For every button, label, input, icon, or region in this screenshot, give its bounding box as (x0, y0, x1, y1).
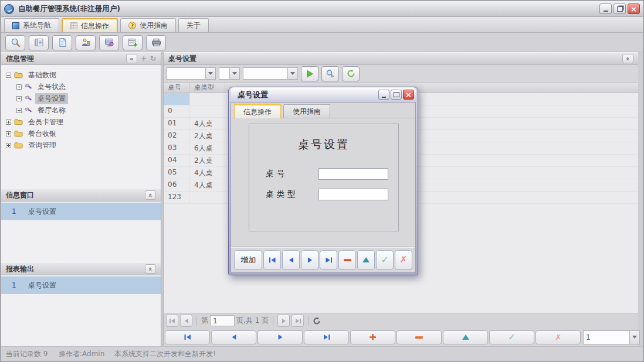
list-item[interactable]: 1 桌号设置 (1, 276, 161, 294)
tree-item-label: 餐厅名称 (35, 105, 68, 116)
delete-record-button[interactable] (396, 330, 442, 344)
search-button[interactable] (5, 35, 25, 50)
dialog-prev-button[interactable] (282, 250, 300, 270)
help-icon: ? (128, 22, 136, 29)
expand-toggle-icon[interactable] (6, 131, 11, 136)
dialog-save-button[interactable]: ✓ (376, 250, 394, 270)
tool-icon (25, 107, 32, 114)
table-no-field[interactable] (318, 168, 388, 180)
page-label-prefix: 第 (201, 316, 208, 326)
edit-record-button[interactable] (443, 330, 488, 344)
prev-page-button[interactable] (180, 315, 192, 327)
expand-toggle-icon[interactable] (6, 143, 11, 148)
prev-page-icon (183, 318, 190, 324)
dialog-cancel-button[interactable]: ✗ (395, 250, 412, 270)
info-window-title: 信息窗口 (6, 190, 34, 200)
dialog-close-button[interactable]: × (403, 90, 414, 100)
expand-toggle-icon[interactable] (16, 84, 22, 90)
expand-toggle-icon[interactable] (16, 96, 22, 101)
table-add-button[interactable] (123, 35, 143, 50)
tree-item-member-card[interactable]: 会员卡管理 (1, 116, 161, 128)
refresh-grid-button[interactable] (342, 66, 360, 81)
dialog-tab-info-operate[interactable]: 信息操作 (234, 104, 281, 118)
collapse-panel-button[interactable]: « (622, 54, 633, 63)
tree-item-table-setting[interactable]: 桌号设置 (1, 93, 161, 104)
minus-icon (415, 336, 423, 339)
run-query-button[interactable] (301, 66, 318, 81)
dialog-first-button[interactable] (263, 250, 281, 270)
document-button[interactable] (52, 35, 72, 50)
tree-item-cashier[interactable]: 餐台收银 (1, 128, 161, 139)
monitor-button[interactable] (99, 35, 119, 50)
tab-user-guide[interactable]: ? 使用指南 (120, 18, 176, 32)
column-header-table-no[interactable]: 桌号 (164, 83, 190, 93)
printer-button[interactable] (146, 35, 166, 50)
first-record-icon (184, 334, 192, 340)
refresh-icon[interactable]: ↻ (150, 55, 156, 62)
tree-item-base-data[interactable]: 基础数据 (1, 69, 161, 81)
window-icon (12, 22, 19, 29)
last-record-button[interactable] (304, 330, 349, 344)
tab-info-operate[interactable]: 信息操作 (62, 18, 118, 32)
list-item[interactable]: 1 桌号设置 (1, 203, 161, 220)
add-button[interactable]: 增加 (234, 250, 262, 270)
dialog-last-button[interactable] (320, 250, 337, 270)
cross-icon: ✗ (555, 333, 562, 341)
advanced-search-button[interactable] (321, 66, 339, 81)
dialog-edit-button[interactable] (357, 250, 375, 270)
dialog-maximize-button[interactable] (391, 90, 402, 100)
chevron-down-icon (629, 331, 639, 344)
titlebar: 自助餐厅管理系统(非注册用户) × (1, 1, 643, 17)
add-icon[interactable]: + (141, 55, 147, 62)
tree-item-restaurant-name[interactable]: 餐厅名称 (1, 104, 161, 116)
page-size-select[interactable]: 1 (583, 330, 640, 344)
next-page-button[interactable] (277, 315, 290, 327)
dialog-minimize-button[interactable] (378, 90, 389, 100)
folder-icon (14, 142, 23, 149)
first-record-button[interactable] (165, 330, 210, 344)
add-record-button[interactable] (350, 330, 395, 344)
tree-item-table-status[interactable]: 桌号状态 (1, 81, 161, 93)
last-page-icon (294, 318, 301, 324)
next-record-button[interactable] (257, 330, 303, 344)
dialog-buttons: 增加 ✓ ✗ (231, 247, 415, 272)
expand-toggle-icon[interactable] (6, 119, 11, 125)
prev-record-button[interactable] (211, 330, 256, 344)
first-page-button[interactable] (166, 315, 178, 327)
filter-select-1[interactable] (167, 67, 216, 80)
collapse-sidebar-button[interactable]: « (126, 54, 137, 63)
collapse-panel-button[interactable]: « (145, 264, 156, 274)
dialog-delete-button[interactable] (338, 250, 356, 270)
add-record-icon (369, 333, 377, 341)
page-input[interactable] (210, 315, 235, 326)
filter-select-3[interactable] (243, 67, 298, 80)
form-groupbox: 桌号设置 桌 号 桌 类 型 (249, 124, 399, 231)
last-page-button[interactable] (292, 315, 304, 327)
table-type-field[interactable] (318, 189, 388, 200)
tab-system-nav[interactable]: 系统导航 (4, 18, 59, 32)
column-header-table-type[interactable]: 桌类型 (190, 83, 225, 93)
collapse-panel-button[interactable]: « (145, 190, 156, 200)
dialog-tabbar: 信息操作 使用指南 (231, 103, 415, 118)
refresh-pager-button[interactable] (313, 317, 321, 325)
filter-select-2[interactable] (219, 67, 240, 80)
save-record-button[interactable]: ✓ (489, 330, 534, 344)
collapse-up-icon: « (147, 193, 154, 197)
collapse-toggle-icon[interactable] (6, 73, 11, 78)
cancel-record-button[interactable]: ✗ (535, 330, 581, 344)
minimize-button[interactable] (599, 4, 612, 14)
list-item-label: 桌号设置 (28, 207, 56, 217)
user-settings-button[interactable] (76, 35, 96, 50)
restore-button[interactable] (614, 4, 626, 14)
tree-item-query[interactable]: 查询管理 (1, 139, 161, 151)
close-button[interactable]: × (628, 4, 640, 14)
tab-label: 关于 (187, 21, 201, 30)
tab-about[interactable]: 关于 (178, 18, 209, 32)
expand-toggle-icon[interactable] (16, 108, 22, 113)
dialog-tab-user-guide[interactable]: 使用指南 (283, 104, 330, 118)
dialog-next-button[interactable] (301, 250, 318, 270)
folder-icon (14, 130, 23, 137)
form-button[interactable] (29, 35, 49, 50)
info-window-list: 1 桌号设置 (1, 203, 161, 262)
chevron-down-icon (287, 68, 297, 79)
